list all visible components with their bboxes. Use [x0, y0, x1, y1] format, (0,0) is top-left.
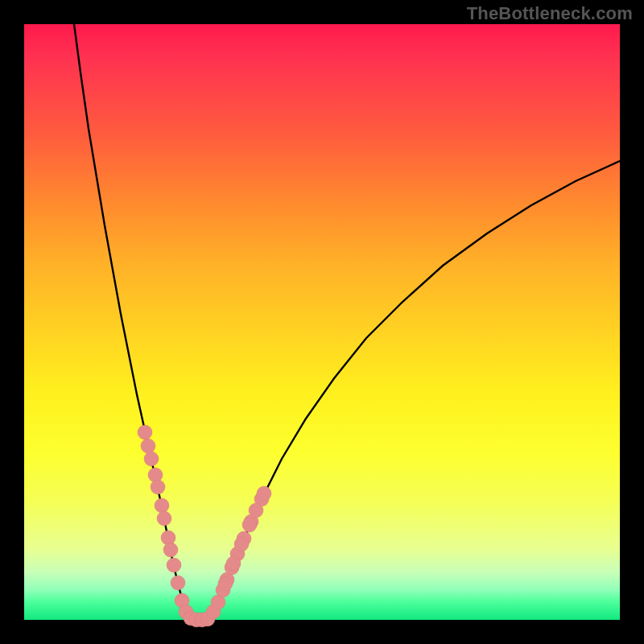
highlight-dot [167, 558, 181, 572]
bottleneck-curve [74, 24, 620, 620]
highlight-dot [234, 537, 249, 551]
highlight-dot [138, 425, 152, 440]
chart-frame: TheBottleneck.com [0, 0, 644, 644]
highlight-dot [242, 518, 257, 532]
highlight-dot [257, 486, 271, 501]
plot-area [24, 24, 620, 620]
curve-svg [24, 24, 620, 620]
highlight-dots-layer [138, 425, 271, 627]
highlight-dot [171, 576, 185, 590]
highlight-dot [249, 503, 263, 518]
highlight-dot [226, 556, 241, 571]
highlight-dot [163, 543, 178, 557]
watermark-text: TheBottleneck.com [467, 3, 633, 24]
highlight-dot [155, 498, 169, 513]
highlight-dot [218, 576, 233, 591]
highlight-dot [151, 480, 165, 494]
highlight-dot [144, 452, 159, 466]
highlight-dot [141, 439, 155, 453]
highlight-dot [157, 511, 171, 526]
